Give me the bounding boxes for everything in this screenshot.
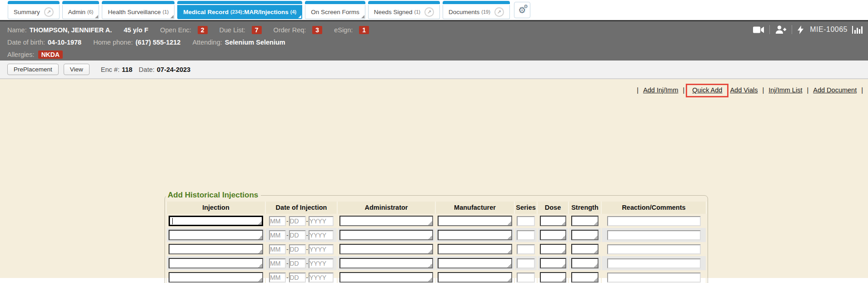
strength-input[interactable] [571,272,599,283]
tab-health-surveillance[interactable]: Health Surveillance (1) [102,1,175,19]
dose-input[interactable] [540,244,566,254]
tab-label: :MAR/Injections [242,9,289,15]
injection-row: -- [166,214,706,228]
date-yyyy-input[interactable] [309,244,334,254]
date-dd-input[interactable] [289,216,306,226]
attending-label: Attending: [192,39,222,46]
injection-row: -- [166,256,706,270]
tab-bar: Summary ↗ Admin (6) Health Surveillance … [0,0,868,20]
date-mm-input[interactable] [269,216,286,226]
allergies-badge[interactable]: NKDA [38,51,63,59]
series-input[interactable] [517,273,535,283]
injections-grid: Injection Date of Injection Administrato… [166,202,707,283]
grid-header-row: Injection Date of Injection Administrato… [166,202,706,214]
reaction-comments-input[interactable] [607,258,701,268]
injection-input[interactable] [169,230,263,240]
administrator-input[interactable] [339,258,433,268]
patient-age-sex: 45 y/o F [124,26,148,34]
reaction-comments-input[interactable] [607,273,701,283]
esign-badge[interactable]: 1 [359,26,369,34]
reaction-comments-input[interactable] [607,230,701,240]
dose-input[interactable] [540,216,566,226]
administrator-input[interactable] [339,272,433,283]
manufacturer-input[interactable] [438,244,512,254]
due-list-badge[interactable]: 7 [252,26,262,34]
series-input[interactable] [517,258,535,268]
order-req-badge[interactable]: 3 [312,26,322,34]
date-mm-input[interactable] [269,273,286,283]
manufacturer-input[interactable] [438,272,512,283]
date-mm-input[interactable] [269,258,286,268]
tab-admin[interactable]: Admin (6) [62,1,100,19]
tab-accent-strip [368,1,440,4]
reaction-comments-input[interactable] [607,244,701,254]
injection-input[interactable] [169,244,263,254]
preplacement-button[interactable]: PrePlacement [7,64,59,75]
series-input[interactable] [517,244,535,254]
patient-row-1: Name: THOMPSON, JENNIFER A. 45 y/o F Ope… [7,24,861,36]
date-yyyy-input[interactable] [309,273,334,283]
view-button[interactable]: View [64,64,90,75]
injection-input[interactable] [169,258,263,268]
date-mm-input[interactable] [269,230,286,240]
administrator-input[interactable] [339,230,433,240]
quick-add-highlight-box: Quick Add [686,84,728,97]
dose-input[interactable] [540,230,566,240]
settings-gears-icon[interactable]: ⚙⚙ [514,2,530,18]
date-dd-input[interactable] [289,258,306,268]
add-document-link[interactable]: Add Document [813,86,857,94]
link-separator: | [762,86,764,94]
manufacturer-input[interactable] [438,258,512,268]
patient-header-bar: Name: THOMPSON, JENNIFER A. 45 y/o F Ope… [0,20,868,61]
add-vials-link[interactable]: Add Vials [730,86,758,94]
strength-input[interactable] [571,258,599,268]
date-mm-input[interactable] [269,244,286,254]
add-historical-injections-form: Add Historical Injections Injection Date… [165,191,708,283]
popout-icon[interactable]: ↗ [44,7,54,17]
administrator-input[interactable] [339,244,433,254]
add-person-icon[interactable] [775,25,786,34]
administrator-input[interactable] [339,216,433,226]
dose-input[interactable] [540,258,566,268]
icon-separator [792,25,792,34]
popout-icon[interactable]: ↗ [494,7,504,17]
add-inj-imm-link[interactable]: Add Inj/Imm [643,86,678,94]
esign-label: eSign: [334,26,353,34]
reaction-comments-input[interactable] [607,216,701,226]
series-input[interactable] [517,216,535,226]
injection-input[interactable] [169,216,263,226]
tab-documents[interactable]: Documents (19) ↗ [443,1,510,19]
enc-date: 07-24-2023 [157,66,190,73]
manufacturer-input[interactable] [438,230,512,240]
inj-imm-list-link[interactable]: Inj/Imm List [768,86,802,94]
series-input[interactable] [517,230,535,240]
strength-input[interactable] [571,244,599,254]
bar-chart-icon[interactable] [852,26,863,34]
date-separator: - [286,232,288,238]
tab-summary[interactable]: Summary ↗ [8,1,60,19]
strength-input[interactable] [571,230,599,240]
strength-input[interactable] [571,216,599,226]
date-separator: - [286,274,288,281]
date-dd-input[interactable] [289,230,306,240]
lightning-bolt-icon[interactable] [798,25,803,34]
date-yyyy-input[interactable] [309,258,334,268]
tab-on-screen-forms[interactable]: On Screen Forms [305,1,365,19]
dose-input[interactable] [540,272,566,283]
popout-icon[interactable]: ↗ [424,7,434,17]
tab-medical-record[interactable]: Medical Record (234):MAR/Injections (4) [177,1,302,19]
col-series: Series [514,202,537,214]
date-dd-input[interactable] [289,273,306,283]
open-enc-badge[interactable]: 2 [198,26,208,34]
injection-input[interactable] [169,272,263,283]
manufacturer-input[interactable] [438,216,512,226]
quick-add-link[interactable]: Quick Add [692,86,722,94]
link-separator: | [683,86,685,94]
date-yyyy-input[interactable] [309,230,334,240]
tab-accent-strip [102,1,175,4]
tab-accent-strip [62,1,100,4]
date-dd-input[interactable] [289,244,306,254]
date-yyyy-input[interactable] [309,216,334,226]
video-camera-icon[interactable] [753,26,764,33]
tab-needs-signed[interactable]: Needs Signed (1) ↗ [368,1,440,19]
